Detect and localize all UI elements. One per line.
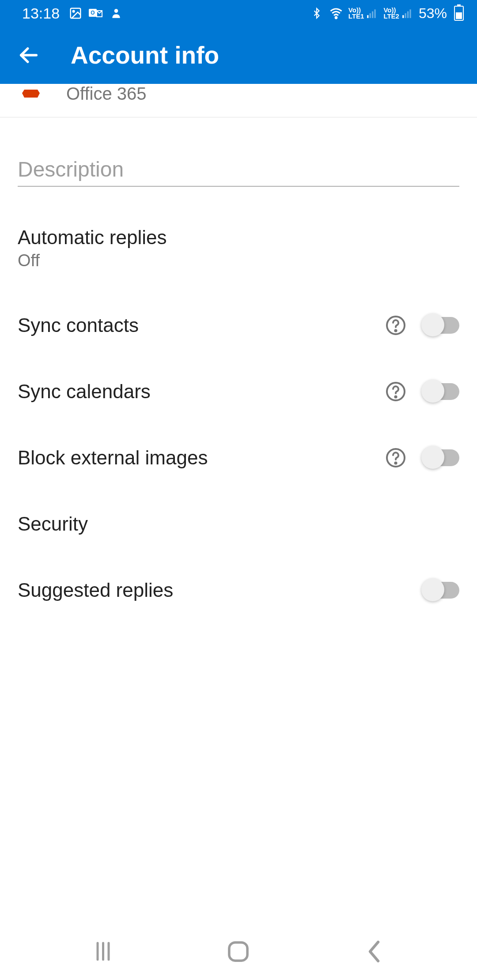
svg-rect-7 — [370, 13, 371, 18]
svg-rect-10 — [402, 15, 404, 18]
sync-calendars-toggle[interactable] — [424, 383, 459, 400]
account-row[interactable]: Office 365 — [0, 84, 477, 117]
app-bar: Account info — [0, 26, 477, 84]
svg-point-1 — [73, 11, 75, 12]
navigation-bar — [0, 923, 477, 980]
lte1-signal: Vo)) LTE1 — [348, 7, 379, 19]
sync-contacts-item: Sync contacts — [18, 292, 459, 358]
svg-point-16 — [395, 330, 396, 331]
lte2-signal: Vo)) LTE2 — [383, 7, 413, 19]
svg-rect-11 — [405, 13, 406, 18]
recents-button[interactable] — [87, 936, 118, 967]
battery-icon — [454, 6, 464, 21]
help-icon[interactable] — [385, 447, 406, 468]
block-external-images-label: Block external images — [18, 447, 208, 469]
wifi-icon — [329, 6, 343, 20]
help-icon[interactable] — [385, 315, 406, 336]
sync-calendars-item: Sync calendars — [18, 358, 459, 425]
svg-rect-8 — [372, 11, 373, 18]
svg-rect-9 — [375, 9, 376, 18]
nav-back-button[interactable] — [359, 936, 390, 967]
sync-contacts-label: Sync contacts — [18, 314, 139, 336]
home-button[interactable] — [223, 936, 254, 967]
page-title: Account info — [71, 41, 219, 69]
back-button[interactable] — [9, 35, 49, 75]
block-external-images-item: Block external images — [18, 425, 459, 491]
suggested-replies-item: Suggested replies — [18, 557, 459, 623]
svg-rect-12 — [407, 11, 409, 18]
outlook-icon: O — [89, 6, 103, 20]
bluetooth-icon — [310, 6, 324, 20]
svg-point-4 — [114, 9, 118, 13]
status-time: 13:18 — [22, 5, 60, 22]
sync-calendars-label: Sync calendars — [18, 381, 151, 403]
sync-contacts-toggle[interactable] — [424, 317, 459, 334]
suggested-replies-toggle[interactable] — [424, 582, 459, 599]
status-bar: 13:18 O Vo)) LTE1 — [0, 0, 477, 26]
office-icon — [18, 89, 44, 99]
automatic-replies-label: Automatic replies — [18, 226, 167, 249]
security-label: Security — [18, 513, 88, 535]
image-icon — [68, 6, 83, 20]
svg-point-20 — [395, 462, 396, 464]
svg-rect-13 — [409, 9, 411, 18]
svg-point-5 — [335, 17, 337, 19]
automatic-replies-status: Off — [18, 251, 167, 270]
description-input[interactable] — [18, 153, 459, 187]
svg-point-18 — [395, 396, 396, 397]
help-icon[interactable] — [385, 381, 406, 402]
account-type-label: Office 365 — [66, 84, 147, 104]
svg-text:O: O — [91, 10, 95, 16]
battery-percent: 53% — [419, 5, 447, 22]
svg-rect-6 — [367, 15, 369, 18]
svg-rect-24 — [229, 942, 247, 960]
block-external-images-toggle[interactable] — [424, 449, 459, 466]
person-icon — [109, 6, 123, 20]
security-item[interactable]: Security — [18, 491, 459, 557]
automatic-replies-item[interactable]: Automatic replies Off — [18, 196, 459, 292]
suggested-replies-label: Suggested replies — [18, 579, 173, 601]
